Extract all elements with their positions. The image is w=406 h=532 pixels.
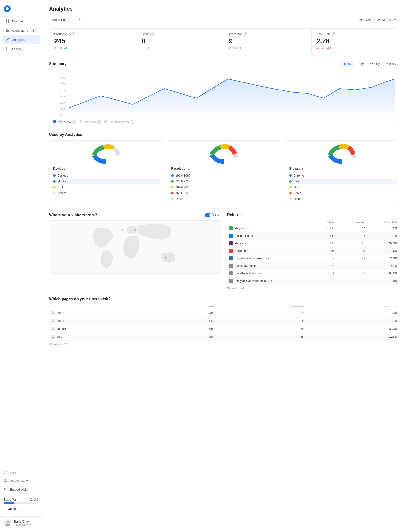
metric-label-conv-rate: Conv. Rate (316, 32, 331, 36)
devices-legend-tablet: Tablet (53, 184, 159, 190)
used-by-analytics-title: Used by Analytics (49, 133, 399, 137)
res-legend-1: 1920×1080 (171, 173, 277, 179)
ref-cell-views: 9 (316, 270, 337, 277)
referrer-row: slack.com 435 25 32.3% (227, 240, 399, 247)
popup-select[interactable]: Video Popup Exit Intent Welcome Mat (49, 16, 83, 23)
pages-row: blog 356 35 13.5% (49, 333, 399, 341)
ref-cell-interaction: 2 (336, 270, 367, 277)
ref-cell-views: 356 (316, 247, 337, 255)
resolutions-title: Resolutions (171, 167, 277, 170)
sidebar-item-whats-new[interactable]: What's new? (0, 477, 42, 485)
legend-label-popup-view: Popup view (57, 120, 71, 123)
trend-neutral-icon (142, 46, 145, 50)
sidebar-item-campaigns[interactable]: Campaigns 5 (2, 26, 40, 35)
pages-cell-views: 643 (154, 317, 216, 325)
tab-monthly[interactable]: Monthly (383, 61, 399, 67)
map-toggle[interactable]: Map (205, 213, 221, 217)
svg-rect-4 (6, 21, 7, 23)
conv-rate-info-icon[interactable]: ? (332, 32, 335, 36)
sidebar-label-analytics: Analytics (12, 38, 25, 42)
sidebar-item-embed-code[interactable]: Embed code (0, 485, 42, 494)
ref-col-conv-rate: Conv. Rate (367, 220, 399, 225)
pages-cell-conv-rate: 13.5% (305, 333, 399, 341)
plan-name: Basic Plan (4, 498, 18, 501)
ref-cell-interaction: 0 (336, 277, 367, 285)
devices-color-mobile (53, 180, 56, 183)
pages-table: Views Interaction Conv. Rate home 1,234 … (49, 304, 399, 341)
devices-card: Devices Desktop Mobile Tablet Others (49, 140, 163, 206)
svg-point-34 (165, 256, 167, 259)
legend-conv-rate[interactable]: Conversation rate ? (104, 120, 134, 124)
legend-popup-view[interactable]: Popup view ? (53, 120, 76, 124)
site-icon (229, 241, 233, 245)
ref-cell-site: barisonay.com.tr (227, 262, 316, 270)
site-icon (229, 226, 233, 230)
sidebar-item-help[interactable]: ? Help (0, 469, 42, 477)
ref-cell-conv-rate: 15.4% (367, 262, 399, 270)
referrer-title: Referrer (227, 213, 399, 217)
page-icon (51, 327, 55, 331)
svg-rect-2 (6, 19, 7, 21)
sidebar-label-campaigns: Campaigns (12, 29, 28, 32)
date-range-button[interactable]: 06/03/2023 - 06/03/2023 (355, 16, 399, 23)
devices-legend-others: Others (53, 190, 159, 196)
pages-showing: Showing 4 of 4 (49, 343, 399, 346)
interaction-info-icon[interactable]: ? (244, 32, 247, 36)
popup-view-info-icon[interactable]: ? (72, 120, 76, 124)
svg-point-1 (6, 7, 9, 10)
sidebar-bottom: ? Help What's new? Embed code (0, 467, 42, 495)
metric-change-leads: 0% (142, 46, 219, 50)
devices-title: Devices (53, 167, 159, 170)
popup-views-info-icon[interactable]: ? (72, 32, 75, 36)
upgrade-button[interactable]: Upgrade (4, 506, 23, 512)
map-referrer-row: Where your visitors from? Map (49, 213, 399, 290)
conv-rate-legend-info-icon[interactable]: ? (131, 120, 134, 124)
resolutions-donut (171, 144, 277, 164)
legend-interaction[interactable]: Interaction ? (80, 120, 101, 124)
svg-point-33 (134, 229, 136, 231)
sidebar-item-analytics[interactable]: Analytics (2, 35, 40, 44)
svg-rect-6 (6, 47, 9, 50)
metrics-row: Popup views ? 245 13.24% Leads ? 0 0% In… (49, 28, 399, 54)
pages-title: Which pages do your users visit? (49, 297, 399, 301)
res-legend-5: Others (171, 196, 277, 202)
svg-text:70: 70 (57, 74, 62, 76)
ref-col-interaction: Interaction (336, 220, 367, 225)
ref-cell-conv-rate: 2.7% (367, 232, 399, 240)
sidebar-label-help: Help (10, 471, 16, 475)
interaction-legend-info-icon[interactable]: ? (97, 120, 101, 124)
site-icon (229, 249, 233, 253)
metric-change-interaction: 5.13% (229, 46, 307, 50)
browsers-title: Browsers (289, 167, 395, 170)
browsers-legend-chrome: Chrome (289, 173, 395, 179)
svg-line-12 (5, 488, 6, 490)
svg-text:20: 20 (60, 101, 65, 104)
tab-weekly[interactable]: Weekly (367, 61, 383, 67)
legend-dot-popup-view (53, 120, 56, 123)
map-toggle-switch[interactable] (205, 213, 214, 217)
trend-up-icon (54, 46, 58, 50)
ref-cell-views: 23 (316, 262, 337, 270)
tab-hourly[interactable]: Hourly (340, 61, 354, 67)
map-header: Where your visitors from? Map (49, 213, 221, 217)
map-title: Where your visitors from? (49, 213, 97, 217)
tab-daily[interactable]: Daily (355, 61, 367, 67)
pages-cell-page: blog (49, 333, 154, 341)
res-legend-2: 1280×720 (171, 179, 277, 184)
pages-row: about 643 5 2.7% (49, 317, 399, 325)
sidebar-item-dashboard[interactable]: Dashboard (2, 17, 40, 26)
legend-label-interaction: Interaction (84, 120, 96, 123)
referrer-row: hotjar.com 356 35 13.5% (227, 247, 399, 255)
sidebar-item-leads[interactable]: Leads (2, 45, 40, 53)
grid-icon (6, 19, 10, 24)
leads-info-icon[interactable]: ? (150, 32, 154, 36)
map-container (49, 220, 221, 274)
ref-cell-interaction: 27 (336, 255, 367, 262)
pages-cell-page: home (49, 309, 154, 317)
browsers-legend-opera: Opera (289, 184, 395, 190)
metric-change-popup-views: 13.24% (54, 46, 132, 50)
ref-cell-conv-rate: 74.3% (367, 255, 399, 262)
trend-down-icon (316, 46, 320, 50)
referrer-showing: Showing 8 of 8 (227, 287, 399, 290)
plan-usage: 32/100 (29, 498, 38, 501)
